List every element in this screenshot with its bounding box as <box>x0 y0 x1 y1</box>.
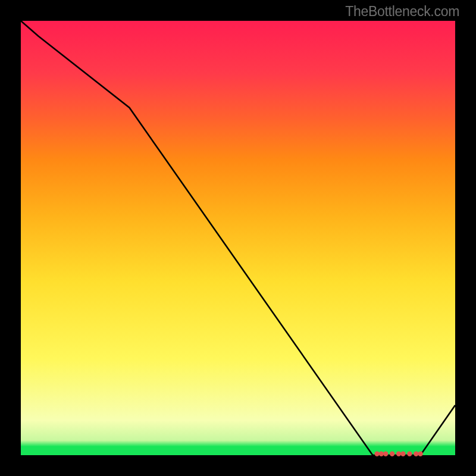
curve-marker <box>418 452 422 456</box>
curve-marker <box>400 452 405 456</box>
curve-marker <box>374 452 379 456</box>
chart-frame: TheBottleneck.com <box>0 0 476 476</box>
curve-marker <box>390 452 394 456</box>
curve-marker <box>379 452 384 456</box>
chart-overlay <box>21 21 455 455</box>
curve-marker <box>414 452 418 456</box>
curve-marker <box>383 452 388 456</box>
attribution-label: TheBottleneck.com <box>345 4 459 20</box>
curve-marker <box>407 452 412 456</box>
bottleneck-curve <box>21 21 455 455</box>
curve-marker <box>396 452 401 456</box>
marker-group <box>374 452 422 456</box>
